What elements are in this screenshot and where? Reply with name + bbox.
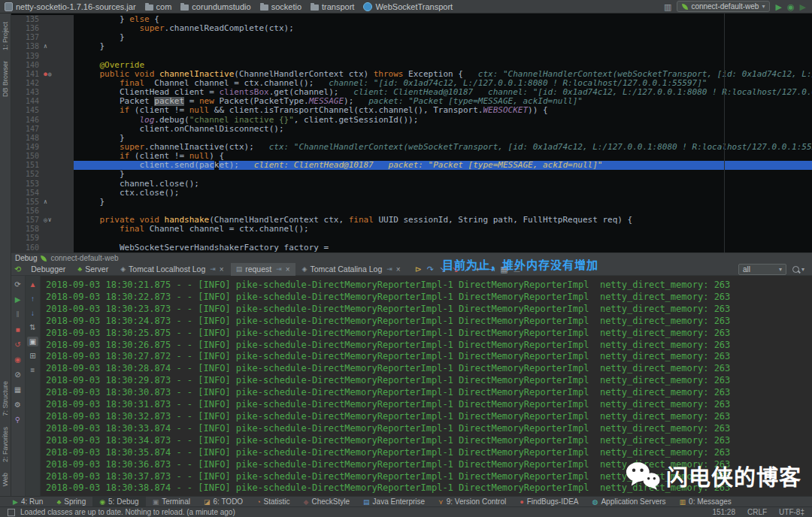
debug-button-icon[interactable]: ◉ (787, 2, 795, 12)
scroll-to-end-icon[interactable]: ⇥ (386, 265, 392, 273)
tool-window-button-db-browser[interactable]: DB Browser (2, 61, 9, 97)
toolwindow-4-run[interactable]: ▶4: Run (6, 497, 50, 507)
settings-icon[interactable]: ⚙ (12, 400, 23, 410)
run-icon: ▶ (13, 498, 18, 506)
view-breakpoints-icon[interactable]: ◉ (12, 355, 23, 364)
caret-position[interactable]: 151:28 (712, 508, 735, 516)
scroll-to-end-icon[interactable]: ▣ (27, 337, 38, 346)
tab-tomcat-catalina-log[interactable]: ◈Tomcat Catalina Log⇥× (297, 263, 406, 276)
console-search[interactable]: ▾ (792, 266, 804, 273)
code-token: .get(channel); (269, 88, 354, 97)
breadcrumb-item-websockettransport[interactable]: WebSocketTransport (363, 2, 453, 11)
toolwindow-label: Statistic (264, 497, 290, 506)
run-configuration-select[interactable]: connect-default-web ▾ (677, 1, 770, 12)
fold-icon[interactable]: ∧ (44, 44, 47, 50)
toolwindow-checkstyle[interactable]: ◆CheckStyle (297, 497, 357, 507)
coverage-button-icon[interactable]: ▶ (800, 2, 806, 12)
pause-icon[interactable]: ‖ (12, 310, 23, 319)
close-icon[interactable]: × (286, 265, 290, 274)
file-encoding[interactable]: UTF-8‡ (779, 508, 804, 516)
toolwindow-spring[interactable]: ♣Spring (50, 497, 92, 507)
soft-wrap-icon[interactable]: ⇅ (27, 322, 38, 332)
toolwindow-toggle-icon[interactable] (8, 509, 15, 516)
line-ending[interactable]: CRLF (747, 508, 767, 516)
tab-server[interactable]: ♣Server (72, 263, 114, 276)
method-marker-icon[interactable]: ◍ (48, 71, 52, 77)
tab-tomcat-localhost-log[interactable]: ◈Tomcat Localhost Log⇥× (115, 263, 229, 276)
toolwindow-6-todo[interactable]: ◪6: TODO (197, 497, 250, 507)
tool-window-button-2-favorites[interactable]: 2: Favorites (2, 427, 9, 462)
breadcrumb-item-transport[interactable]: transport (311, 2, 354, 11)
spring-restart-icon[interactable]: ↺ (12, 340, 23, 349)
line-number: 141 (11, 70, 44, 79)
toolwindow-findbugs-idea[interactable]: ●FindBugs-IDEA (513, 497, 585, 507)
tool-window-button-web[interactable]: Web (2, 473, 9, 486)
toolwindow-java-enterprise[interactable]: ▤Java Enterprise (356, 497, 432, 507)
console-log-line: 2018-09-03 18:30:28.874 - - [INFO] pike-… (46, 363, 812, 375)
breadcrumb-item-com[interactable]: com (145, 2, 172, 11)
toolwindow-9-version-control[interactable]: ⋎9: Version Control (432, 497, 513, 507)
breakpoint-icon[interactable]: ● (44, 71, 47, 77)
close-icon[interactable]: × (220, 265, 224, 274)
code-token: ); (344, 97, 368, 106)
tool-window-button-1-project[interactable]: 1: Project (2, 22, 9, 50)
clear-all-icon[interactable]: ≡ (27, 365, 38, 375)
code-token: client.send(pac (80, 161, 214, 170)
code-token: private void (80, 216, 165, 225)
down-stack-icon[interactable]: ↓ (27, 308, 38, 318)
tab-debugger[interactable]: Debugger (26, 263, 71, 276)
wechat-icon (626, 461, 660, 491)
restore-layout-icon[interactable]: ▦ (12, 385, 23, 395)
tool-buttons-icon[interactable]: ▥ (664, 2, 671, 12)
step-over-icon[interactable]: ↷ (427, 265, 434, 274)
toolwindow-5-debug[interactable]: ◉5: Debug (92, 497, 145, 507)
console-log-line: 2018-09-03 18:30:26.875 - - [INFO] pike-… (46, 340, 812, 352)
code-token: super (139, 24, 164, 33)
resume-icon[interactable]: ▶ (12, 295, 23, 304)
folder-icon (145, 5, 153, 11)
log-level-filter[interactable]: all ▾ (738, 264, 786, 275)
line-number: 142 (11, 79, 44, 88)
breadcrumb-item-netty-socketio-1-7-16-sources-jar[interactable]: netty-socketio-1.7.16-sources.jar (5, 2, 136, 11)
code-token: public void (80, 70, 159, 79)
fold-icon[interactable]: ∨ (48, 217, 52, 223)
breadcrumb-label: corundumstudio (192, 2, 250, 11)
toolwindow-statistic[interactable]: ◔Statistic (250, 497, 296, 507)
gutter: 136 (11, 24, 74, 33)
toolwindow-0-messages[interactable]: ▥0: Messages (673, 497, 738, 507)
pin-icon[interactable]: ⚲ (12, 415, 23, 425)
toolwindow-label: FindBugs-IDEA (527, 497, 579, 506)
scroll-to-end-icon[interactable]: ⇥ (276, 265, 282, 273)
gutter-marks: ●◍ (44, 71, 74, 77)
print-icon[interactable]: ⊞ (27, 351, 38, 361)
up-stack-icon[interactable]: ↑ (27, 294, 38, 304)
code-text: super.channelReadComplete(ctx); (74, 24, 812, 33)
breadcrumb-item-corundumstudio[interactable]: corundumstudio (180, 2, 250, 11)
gutter: 144 (11, 97, 74, 106)
code-text: log.debug("channel inactive {}", client.… (74, 116, 812, 125)
code-token: } (80, 42, 105, 51)
toolwindow-terminal[interactable]: ▣Terminal (146, 497, 197, 507)
run-button-icon[interactable]: ▶ (775, 2, 781, 12)
rerun-spring-boot-icon[interactable]: ⟲ (14, 265, 21, 274)
breadcrumb-item-socketio[interactable]: socketio (260, 2, 301, 11)
override-icon[interactable]: ◎ (44, 217, 47, 223)
show-execution-point-icon[interactable]: ⊳ (415, 265, 422, 274)
tool-window-button-7-structure[interactable]: 7: Structure (2, 381, 9, 416)
scroll-up-icon[interactable]: ▲ (27, 280, 38, 289)
tab-request[interactable]: ▤request⇥× (231, 263, 295, 276)
mute-breakpoints-icon[interactable]: ⊘ (12, 370, 23, 379)
code-token (80, 79, 120, 88)
watermark: 闪电侠的博客 (626, 460, 801, 491)
code-editor[interactable]: 135 } else {136 super.channelReadComplet… (11, 14, 812, 254)
console-controls: ▲↑↓⇅▣⊞≡ (26, 276, 41, 496)
close-icon[interactable]: × (396, 265, 401, 274)
rerun-icon[interactable]: ⟳ (12, 280, 23, 289)
breadcrumb: netty-socketio-1.7.16-sources.jarcomcoru… (5, 2, 462, 11)
fold-icon[interactable]: ∧ (44, 199, 47, 205)
toolwindow-application-servers[interactable]: ◍Application Servers (586, 497, 673, 507)
code-token: { (150, 15, 159, 24)
stop-icon[interactable]: ■ (12, 325, 23, 334)
scroll-to-end-icon[interactable]: ⇥ (210, 265, 216, 273)
code-text: if (client != null) { (74, 152, 812, 161)
